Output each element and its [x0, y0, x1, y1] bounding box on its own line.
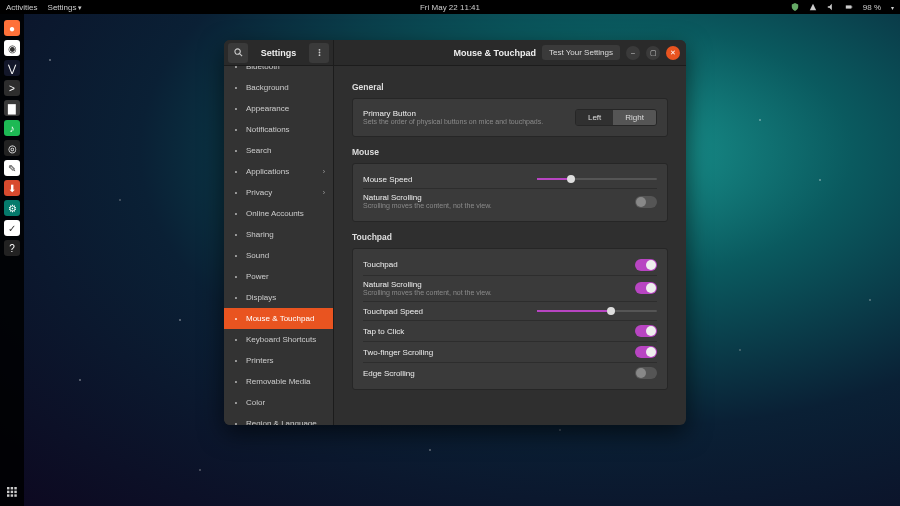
dock-app-chrome[interactable]: ◉ — [4, 40, 20, 56]
dock-app-todo[interactable]: ✓ — [4, 220, 20, 236]
sidebar-item-sharing[interactable]: •Sharing — [224, 224, 333, 245]
sidebar-item-mouse-touchpad[interactable]: •Mouse & Touchpad — [224, 308, 333, 329]
shield-icon — [791, 3, 799, 11]
titlebar: Settings Mouse & Touchpad Test Your Sett… — [224, 40, 686, 66]
sidebar-item-color[interactable]: •Color — [224, 392, 333, 413]
sidebar-item-background[interactable]: •Background — [224, 77, 333, 98]
sidebar-item-icon: • — [232, 420, 240, 425]
primary-button-left[interactable]: Left — [576, 110, 613, 125]
sidebar-item-label: Privacy — [246, 188, 272, 197]
sidebar-item-icon: • — [232, 210, 240, 217]
svg-rect-6 — [10, 490, 12, 492]
sidebar-item-online-accounts[interactable]: •Online Accounts — [224, 203, 333, 224]
app-menu[interactable]: Settings — [48, 3, 83, 12]
dock-app-help[interactable]: ? — [4, 240, 20, 256]
dock-app-settings[interactable]: ⚙ — [4, 200, 20, 216]
sidebar-item-icon: • — [232, 66, 240, 70]
sidebar-item-displays[interactable]: •Displays — [224, 287, 333, 308]
sidebar-item-icon: • — [232, 189, 240, 196]
touchpad-card: Touchpad Natural Scrolling Scrolling mov… — [352, 248, 668, 390]
sidebar-item-notifications[interactable]: •Notifications — [224, 119, 333, 140]
touchpad-speed-slider[interactable] — [537, 306, 657, 316]
sidebar-item-printers[interactable]: •Printers — [224, 350, 333, 371]
mouse-natural-scroll-toggle[interactable] — [635, 196, 657, 208]
tap-to-click-label: Tap to Click — [363, 327, 635, 336]
sidebar-item-power[interactable]: •Power — [224, 266, 333, 287]
window-title: Settings — [248, 48, 309, 58]
pane-title: Mouse & Touchpad — [454, 48, 536, 58]
sidebar-item-icon: • — [232, 231, 240, 238]
sidebar-item-label: Sharing — [246, 230, 274, 239]
search-button[interactable] — [228, 43, 248, 63]
svg-rect-9 — [10, 494, 12, 496]
dock-app-spotify[interactable]: ♪ — [4, 120, 20, 136]
sidebar-item-label: Region & Language — [246, 419, 317, 425]
dock-app-text-editor[interactable]: ✎ — [4, 160, 20, 176]
sidebar-item-applications[interactable]: •Applications› — [224, 161, 333, 182]
dock: ●◉⋁>▇♪◎✎⬇⚙✓? — [0, 14, 24, 506]
minimize-button[interactable]: – — [626, 46, 640, 60]
svg-point-14 — [318, 52, 320, 54]
tap-to-click-toggle[interactable] — [635, 325, 657, 337]
sidebar-item-icon: • — [232, 147, 240, 154]
sidebar-item-sound[interactable]: •Sound — [224, 245, 333, 266]
activities-button[interactable]: Activities — [6, 3, 38, 12]
close-button[interactable]: ✕ — [666, 46, 680, 60]
sidebar-item-icon: • — [232, 252, 240, 259]
sidebar-item-label: Bluetooth — [246, 66, 280, 71]
sidebar-item-region-language[interactable]: •Region & Language — [224, 413, 333, 425]
svg-rect-8 — [7, 494, 9, 496]
svg-rect-1 — [851, 6, 852, 8]
sidebar-item-icon: • — [232, 399, 240, 406]
sidebar-item-label: Keyboard Shortcuts — [246, 335, 316, 344]
maximize-button[interactable]: ▢ — [646, 46, 660, 60]
dock-app-vscode[interactable]: ⋁ — [4, 60, 20, 76]
sidebar-item-privacy[interactable]: •Privacy› — [224, 182, 333, 203]
settings-window: Settings Mouse & Touchpad Test Your Sett… — [224, 40, 686, 425]
dock-app-firefox[interactable]: ● — [4, 20, 20, 36]
chevron-right-icon: › — [323, 168, 325, 175]
primary-button-segment: Left Right — [575, 109, 657, 126]
battery-icon[interactable] — [845, 3, 853, 11]
sidebar-item-icon: • — [232, 168, 240, 175]
volume-icon[interactable] — [827, 3, 835, 11]
network-icon[interactable] — [809, 3, 817, 11]
dock-app-software[interactable]: ⬇ — [4, 180, 20, 196]
primary-button-desc: Sets the order of physical buttons on mi… — [363, 118, 575, 126]
sidebar-item-appearance[interactable]: •Appearance — [224, 98, 333, 119]
sidebar-item-bluetooth[interactable]: •Bluetooth — [224, 66, 333, 77]
hamburger-menu-button[interactable] — [309, 43, 329, 63]
svg-point-11 — [234, 49, 239, 54]
svg-point-15 — [318, 54, 320, 56]
test-settings-button[interactable]: Test Your Settings — [542, 45, 620, 60]
sidebar-item-removable-media[interactable]: •Removable Media — [224, 371, 333, 392]
sidebar-item-label: Search — [246, 146, 271, 155]
clock[interactable]: Fri May 22 11:41 — [420, 3, 480, 12]
svg-rect-0 — [846, 5, 852, 8]
sidebar-item-search[interactable]: •Search — [224, 140, 333, 161]
sidebar-item-icon: • — [232, 357, 240, 364]
top-bar: Activities Settings Fri May 22 11:41 98 … — [0, 0, 900, 14]
sidebar-item-keyboard-shortcuts[interactable]: •Keyboard Shortcuts — [224, 329, 333, 350]
mouse-natural-scroll-desc: Scrolling moves the content, not the vie… — [363, 202, 635, 210]
dock-app-files[interactable]: ▇ — [4, 100, 20, 116]
sidebar-item-label: Power — [246, 272, 269, 281]
sidebar-item-label: Applications — [246, 167, 289, 176]
sidebar-item-icon: • — [232, 105, 240, 112]
sidebar-item-label: Displays — [246, 293, 276, 302]
touchpad-natural-scroll-toggle[interactable] — [635, 282, 657, 294]
touchpad-toggle[interactable] — [635, 259, 657, 271]
system-menu-chevron-icon[interactable]: ▾ — [891, 4, 894, 11]
touchpad-natural-scroll-desc: Scrolling moves the content, not the vie… — [363, 289, 635, 297]
mouse-speed-slider[interactable] — [537, 174, 657, 184]
dock-app-terminal[interactable]: > — [4, 80, 20, 96]
edge-scroll-toggle[interactable] — [635, 367, 657, 379]
dock-app-obs[interactable]: ◎ — [4, 140, 20, 156]
touchpad-natural-scroll-label: Natural Scrolling — [363, 280, 635, 289]
two-finger-scroll-toggle[interactable] — [635, 346, 657, 358]
show-applications-button[interactable] — [4, 484, 20, 500]
primary-button-right[interactable]: Right — [613, 110, 656, 125]
sidebar-item-icon: • — [232, 315, 240, 322]
svg-rect-7 — [14, 490, 16, 492]
section-general-title: General — [352, 82, 668, 92]
